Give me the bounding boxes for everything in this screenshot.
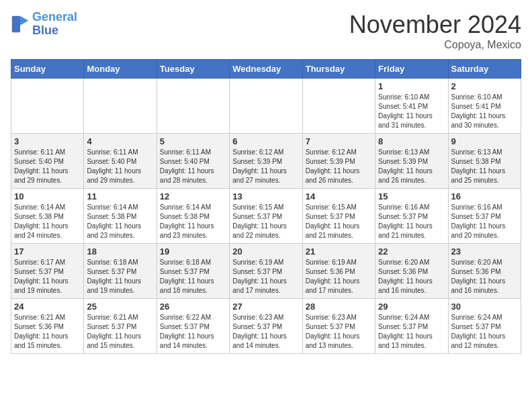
day-info: Sunrise: 6:10 AM Sunset: 5:41 PM Dayligh…	[451, 93, 518, 130]
day-info: Sunrise: 6:23 AM Sunset: 5:37 PM Dayligh…	[232, 313, 299, 351]
day-number: 21	[306, 246, 372, 257]
calendar-cell: 29Sunrise: 6:24 AM Sunset: 5:37 PM Dayli…	[375, 299, 448, 354]
day-info: Sunrise: 6:18 AM Sunset: 5:37 PM Dayligh…	[87, 258, 153, 295]
day-number: 18	[87, 246, 153, 257]
day-number: 2	[451, 81, 518, 91]
day-number: 29	[378, 302, 445, 312]
calendar-cell: 22Sunrise: 6:20 AM Sunset: 5:36 PM Dayli…	[375, 244, 448, 299]
day-number: 20	[232, 246, 299, 257]
calendar-cell: 20Sunrise: 6:19 AM Sunset: 5:37 PM Dayli…	[230, 244, 302, 299]
day-info: Sunrise: 6:11 AM Sunset: 5:40 PM Dayligh…	[160, 148, 226, 185]
day-info: Sunrise: 6:13 AM Sunset: 5:39 PM Dayligh…	[378, 148, 445, 185]
day-info: Sunrise: 6:13 AM Sunset: 5:38 PM Dayligh…	[451, 148, 518, 185]
day-number: 24	[14, 302, 81, 312]
day-info: Sunrise: 6:16 AM Sunset: 5:37 PM Dayligh…	[378, 203, 445, 240]
weekday-header-tuesday: Tuesday	[157, 60, 229, 79]
calendar-cell: 11Sunrise: 6:14 AM Sunset: 5:38 PM Dayli…	[84, 189, 157, 244]
day-number: 1	[378, 81, 445, 91]
day-number: 15	[378, 191, 445, 201]
location: Copoya, Mexico	[349, 39, 521, 51]
weekday-header-wednesday: Wednesday	[230, 60, 302, 79]
day-info: Sunrise: 6:11 AM Sunset: 5:40 PM Dayligh…	[87, 148, 153, 185]
weekday-header-sunday: Sunday	[11, 60, 84, 79]
day-info: Sunrise: 6:24 AM Sunset: 5:37 PM Dayligh…	[378, 313, 445, 351]
calendar-cell: 15Sunrise: 6:16 AM Sunset: 5:37 PM Dayli…	[375, 189, 448, 244]
calendar-cell: 25Sunrise: 6:21 AM Sunset: 5:37 PM Dayli…	[84, 299, 157, 354]
day-number: 23	[451, 246, 518, 257]
calendar-cell: 2Sunrise: 6:10 AM Sunset: 5:41 PM Daylig…	[448, 79, 521, 134]
day-number: 27	[232, 302, 299, 312]
day-number: 6	[232, 136, 299, 146]
calendar-cell: 24Sunrise: 6:21 AM Sunset: 5:36 PM Dayli…	[11, 299, 84, 354]
calendar-cell: 19Sunrise: 6:18 AM Sunset: 5:37 PM Dayli…	[157, 244, 229, 299]
day-number: 14	[306, 191, 372, 201]
calendar-cell	[11, 79, 84, 134]
weekday-header-thursday: Thursday	[302, 60, 375, 79]
day-number: 22	[378, 246, 445, 257]
title-block: November 2024 Copoya, Mexico	[349, 11, 521, 51]
day-number: 13	[232, 191, 299, 201]
weekday-header-friday: Friday	[375, 60, 448, 79]
svg-rect-0	[12, 16, 20, 33]
day-info: Sunrise: 6:10 AM Sunset: 5:41 PM Dayligh…	[378, 93, 445, 130]
calendar-cell	[84, 79, 157, 134]
calendar-cell	[302, 79, 375, 134]
calendar-cell: 5Sunrise: 6:11 AM Sunset: 5:40 PM Daylig…	[157, 134, 229, 189]
calendar-cell: 1Sunrise: 6:10 AM Sunset: 5:41 PM Daylig…	[375, 79, 448, 134]
day-info: Sunrise: 6:14 AM Sunset: 5:38 PM Dayligh…	[87, 203, 153, 240]
calendar-week-2: 3Sunrise: 6:11 AM Sunset: 5:40 PM Daylig…	[11, 134, 521, 189]
calendar-cell: 21Sunrise: 6:19 AM Sunset: 5:36 PM Dayli…	[302, 244, 375, 299]
calendar-cell: 4Sunrise: 6:11 AM Sunset: 5:40 PM Daylig…	[84, 134, 157, 189]
page-header: General Blue November 2024 Copoya, Mexic…	[11, 11, 521, 51]
day-number: 12	[160, 191, 226, 201]
calendar-cell: 28Sunrise: 6:23 AM Sunset: 5:37 PM Dayli…	[302, 299, 375, 354]
day-info: Sunrise: 6:16 AM Sunset: 5:37 PM Dayligh…	[451, 203, 518, 240]
day-info: Sunrise: 6:15 AM Sunset: 5:37 PM Dayligh…	[232, 203, 299, 240]
calendar-cell: 16Sunrise: 6:16 AM Sunset: 5:37 PM Dayli…	[448, 189, 521, 244]
calendar-cell: 30Sunrise: 6:24 AM Sunset: 5:37 PM Dayli…	[448, 299, 521, 354]
logo: General Blue	[11, 11, 77, 38]
day-number: 16	[451, 191, 518, 201]
calendar-week-1: 1Sunrise: 6:10 AM Sunset: 5:41 PM Daylig…	[11, 79, 521, 134]
day-number: 10	[14, 191, 81, 201]
calendar-cell: 26Sunrise: 6:22 AM Sunset: 5:37 PM Dayli…	[157, 299, 229, 354]
day-number: 28	[306, 302, 372, 312]
calendar-cell: 9Sunrise: 6:13 AM Sunset: 5:38 PM Daylig…	[448, 134, 521, 189]
calendar-cell: 27Sunrise: 6:23 AM Sunset: 5:37 PM Dayli…	[230, 299, 302, 354]
day-number: 3	[14, 136, 81, 146]
calendar-cell	[157, 79, 229, 134]
day-number: 25	[87, 302, 153, 312]
calendar-cell: 3Sunrise: 6:11 AM Sunset: 5:40 PM Daylig…	[11, 134, 84, 189]
day-info: Sunrise: 6:22 AM Sunset: 5:37 PM Dayligh…	[160, 313, 226, 351]
calendar-week-5: 24Sunrise: 6:21 AM Sunset: 5:36 PM Dayli…	[11, 299, 521, 354]
day-info: Sunrise: 6:21 AM Sunset: 5:36 PM Dayligh…	[14, 313, 81, 351]
day-number: 4	[87, 136, 153, 146]
month-title: November 2024	[349, 11, 521, 39]
calendar-cell: 14Sunrise: 6:15 AM Sunset: 5:37 PM Dayli…	[302, 189, 375, 244]
calendar-cell: 6Sunrise: 6:12 AM Sunset: 5:39 PM Daylig…	[230, 134, 302, 189]
day-info: Sunrise: 6:17 AM Sunset: 5:37 PM Dayligh…	[14, 258, 81, 295]
calendar-cell: 13Sunrise: 6:15 AM Sunset: 5:37 PM Dayli…	[230, 189, 302, 244]
day-info: Sunrise: 6:15 AM Sunset: 5:37 PM Dayligh…	[306, 203, 372, 240]
day-info: Sunrise: 6:24 AM Sunset: 5:37 PM Dayligh…	[451, 313, 518, 351]
logo-text: General Blue	[32, 11, 77, 38]
calendar-cell	[230, 79, 302, 134]
weekday-header-row: SundayMondayTuesdayWednesdayThursdayFrid…	[11, 60, 521, 79]
day-number: 8	[378, 136, 445, 146]
day-number: 30	[451, 302, 518, 312]
svg-marker-1	[20, 16, 28, 26]
calendar-week-4: 17Sunrise: 6:17 AM Sunset: 5:37 PM Dayli…	[11, 244, 521, 299]
day-number: 26	[160, 302, 226, 312]
day-info: Sunrise: 6:18 AM Sunset: 5:37 PM Dayligh…	[160, 258, 226, 295]
calendar-cell: 12Sunrise: 6:14 AM Sunset: 5:38 PM Dayli…	[157, 189, 229, 244]
day-info: Sunrise: 6:19 AM Sunset: 5:36 PM Dayligh…	[306, 258, 372, 295]
day-info: Sunrise: 6:20 AM Sunset: 5:36 PM Dayligh…	[378, 258, 445, 295]
calendar-cell: 17Sunrise: 6:17 AM Sunset: 5:37 PM Dayli…	[11, 244, 84, 299]
day-number: 19	[160, 246, 226, 257]
day-info: Sunrise: 6:14 AM Sunset: 5:38 PM Dayligh…	[14, 203, 81, 240]
day-number: 11	[87, 191, 153, 201]
day-info: Sunrise: 6:14 AM Sunset: 5:38 PM Dayligh…	[160, 203, 226, 240]
day-number: 17	[14, 246, 81, 257]
calendar: SundayMondayTuesdayWednesdayThursdayFrid…	[11, 59, 521, 354]
day-info: Sunrise: 6:11 AM Sunset: 5:40 PM Dayligh…	[14, 148, 81, 185]
